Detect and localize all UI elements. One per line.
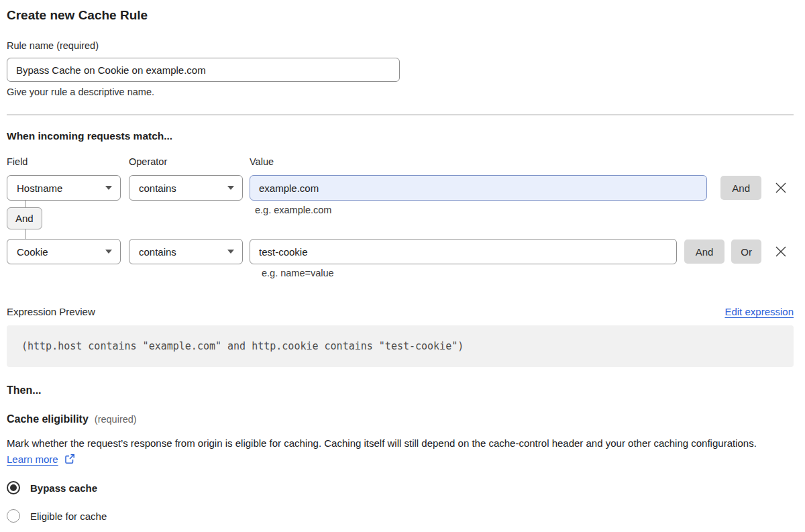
cache-eligibility-description: Mark whether the request’s response from… — [7, 435, 785, 468]
condition-connector-row: And e.g. example.com — [7, 201, 794, 239]
chevron-down-icon — [105, 250, 112, 254]
value-helper: e.g. example.com — [255, 205, 331, 215]
page-title: Create new Cache Rule — [7, 7, 794, 24]
radio-button[interactable] — [7, 481, 20, 494]
remove-condition-button[interactable] — [773, 180, 788, 195]
chevron-down-icon — [227, 186, 234, 190]
close-icon — [775, 182, 787, 194]
operator-select-value: contains — [139, 246, 176, 258]
create-cache-rule-form: Create new Cache Rule Rule name (require… — [0, 0, 805, 523]
field-select[interactable]: Cookie — [7, 239, 121, 264]
remove-condition-button[interactable] — [773, 244, 788, 259]
chevron-down-icon — [227, 250, 234, 254]
column-label-field: Field — [7, 156, 121, 168]
expression-code: (http.host contains "example.com" and ht… — [7, 325, 794, 367]
match-heading: When incoming requests match... — [7, 129, 794, 142]
operator-select[interactable]: contains — [129, 175, 243, 201]
operator-select-value: contains — [139, 182, 176, 194]
field-select-value: Cookie — [17, 246, 48, 258]
and-button[interactable]: And — [684, 240, 725, 264]
radio-option-bypass-cache[interactable]: Bypass cache — [7, 481, 794, 494]
radio-option-label: Eligible for cache — [30, 511, 107, 522]
radio-option-eligible-for-cache[interactable]: Eligible for cache — [7, 509, 794, 523]
expression-preview-label: Expression Preview — [7, 306, 95, 317]
rule-name-input[interactable] — [7, 58, 400, 82]
radio-button[interactable] — [7, 509, 20, 523]
operator-select[interactable]: contains — [129, 239, 243, 264]
and-connector-button[interactable]: And — [7, 207, 42, 229]
expression-preview-header: Expression Preview Edit expression — [7, 306, 794, 317]
field-select[interactable]: Hostname — [7, 175, 121, 201]
cache-eligibility-heading-row: Cache eligibility (required) — [7, 413, 794, 426]
or-button[interactable]: Or — [731, 240, 761, 264]
required-note: (required) — [95, 414, 137, 425]
value-input[interactable] — [250, 239, 677, 264]
condition-row-2: Cookie contains And Or — [7, 239, 794, 264]
and-button[interactable]: And — [720, 176, 761, 200]
field-select-value: Hostname — [17, 182, 62, 194]
close-icon — [775, 246, 787, 258]
column-label-value: Value — [250, 156, 274, 168]
description-text: Mark whether the request’s response from… — [7, 437, 757, 449]
external-link-icon — [64, 454, 75, 464]
column-label-operator: Operator — [129, 156, 243, 168]
condition-row-1: Hostname contains And — [7, 175, 794, 201]
learn-more-link[interactable]: Learn more — [7, 454, 58, 465]
section-divider — [7, 114, 794, 115]
cache-eligibility-heading: Cache eligibility — [7, 413, 89, 426]
radio-option-label: Bypass cache — [30, 482, 97, 494]
then-heading: Then... — [7, 384, 794, 396]
edit-expression-link[interactable]: Edit expression — [724, 306, 794, 317]
value-input[interactable] — [250, 175, 707, 201]
condition-column-labels: Field Operator Value — [7, 156, 794, 168]
chevron-down-icon — [105, 186, 112, 190]
value-helper: e.g. name=value — [262, 268, 794, 278]
rule-name-label: Rule name (required) — [7, 40, 794, 52]
rule-name-helper: Give your rule a descriptive name. — [7, 87, 794, 98]
